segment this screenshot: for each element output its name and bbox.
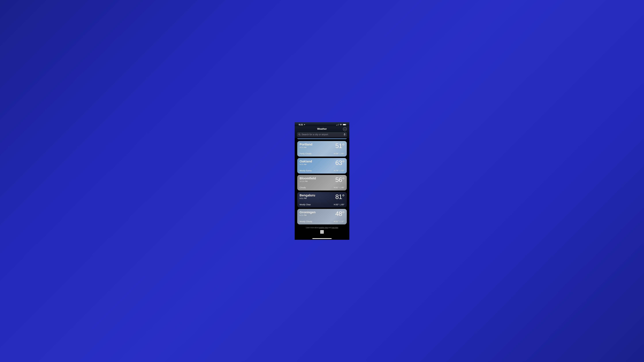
local-time: 12:21 PM <box>300 180 316 182</box>
header-title-row: Weather <box>297 127 347 130</box>
location-card[interactable]: Bloomfield 12:21 PM 56° Cloudy H:61° L:4… <box>297 175 347 190</box>
current-temp: 63° <box>335 160 344 166</box>
cellular-signal-icon <box>336 124 339 125</box>
weather-channel-badge[interactable]: The Weather Channel <box>320 230 324 234</box>
city-name: Groningen <box>300 211 316 214</box>
high-temp: H:93° <box>334 203 339 206</box>
location-arrow-icon <box>304 124 305 125</box>
svg-rect-1 <box>337 125 338 125</box>
high-low: H:51° L:37° <box>334 220 344 223</box>
search-bar[interactable] <box>297 132 347 137</box>
svg-rect-3 <box>338 124 339 125</box>
svg-rect-2 <box>338 124 338 125</box>
svg-rect-0 <box>336 125 337 125</box>
peek-card[interactable] <box>297 138 347 139</box>
high-temp: H:61° <box>334 186 339 189</box>
high-temp: H:76° <box>334 169 339 172</box>
status-time: 9:21 <box>299 123 303 126</box>
city-name: Oakland <box>300 160 312 163</box>
location-card[interactable]: Bengaluru 9:51 PM 81° Mostly Clear H:93°… <box>297 192 347 207</box>
location-card[interactable]: Groningen 6:21 PM 48° Mostly Cloudy H:51… <box>297 209 347 224</box>
current-temp: 81° <box>335 194 344 200</box>
home-indicator[interactable] <box>312 238 332 239</box>
status-right <box>336 124 346 125</box>
footer-text-pre: Learn more about <box>306 227 319 228</box>
svg-point-9 <box>345 129 346 129</box>
svg-rect-5 <box>343 124 346 125</box>
location-card[interactable]: Portland 9:21 AM 51° Partly Cloudy H:58°… <box>297 141 347 157</box>
weather-data-link[interactable]: weather data <box>319 227 328 228</box>
high-temp: H:58° <box>334 153 339 155</box>
wifi-icon <box>340 124 342 125</box>
local-time: 9:21 AM <box>300 163 312 165</box>
page-title: Weather <box>317 127 327 130</box>
current-temp: 51° <box>335 143 344 149</box>
svg-line-11 <box>300 135 300 135</box>
condition-label: Cloudy <box>300 186 306 189</box>
condition-label: Mostly Clear <box>300 203 311 206</box>
location-list[interactable]: Portland 9:21 AM 51° Partly Cloudy H:58°… <box>295 138 349 225</box>
footer-text-mid: and <box>328 227 332 228</box>
footer: Learn more about weather data and map da… <box>295 225 349 234</box>
condition-label: Mostly Cloudy <box>300 220 312 223</box>
condition-label: Partly Cloudy <box>300 153 312 155</box>
location-card[interactable]: Oakland 9:21 AM 63° Mostly Sunny H:76° L… <box>297 158 347 174</box>
svg-rect-12 <box>344 133 345 135</box>
ellipsis-circle-icon <box>344 129 346 129</box>
local-time: 9:21 AM <box>300 146 312 148</box>
high-low: H:61° L:45° <box>334 186 344 189</box>
search-input[interactable] <box>302 133 343 136</box>
current-temp: 48° <box>335 211 344 217</box>
high-low: H:76° L:53° <box>334 169 344 172</box>
low-temp: L:37° <box>340 220 344 223</box>
status-bar: 9:21 <box>295 122 349 126</box>
search-icon <box>298 133 301 136</box>
low-temp: L:41° <box>340 153 344 155</box>
svg-point-10 <box>299 134 300 135</box>
high-temp: H:51° <box>334 220 339 223</box>
svg-point-7 <box>344 129 344 129</box>
high-low: H:58° L:41° <box>334 153 344 155</box>
low-temp: L:69° <box>340 203 344 206</box>
city-name: Portland <box>300 143 312 146</box>
svg-point-8 <box>344 129 345 129</box>
city-name: Bengaluru <box>300 194 315 197</box>
low-temp: L:45° <box>340 186 344 189</box>
low-temp: L:53° <box>340 169 344 172</box>
app-header: Weather <box>295 126 349 138</box>
phone-frame: 9:21 Weather <box>295 122 349 240</box>
mic-icon[interactable] <box>344 133 346 136</box>
local-time: 6:21 PM <box>300 214 316 216</box>
svg-rect-6 <box>346 124 346 125</box>
more-button[interactable] <box>343 127 347 131</box>
high-low: H:93° L:69° <box>334 203 344 206</box>
condition-label: Mostly Sunny <box>300 169 312 172</box>
status-left: 9:21 <box>299 123 305 126</box>
local-time: 9:51 PM <box>300 197 315 199</box>
battery-icon <box>343 124 346 125</box>
map-data-link[interactable]: map data <box>332 227 338 228</box>
current-temp: 56° <box>335 177 344 183</box>
city-name: Bloomfield <box>300 177 316 180</box>
